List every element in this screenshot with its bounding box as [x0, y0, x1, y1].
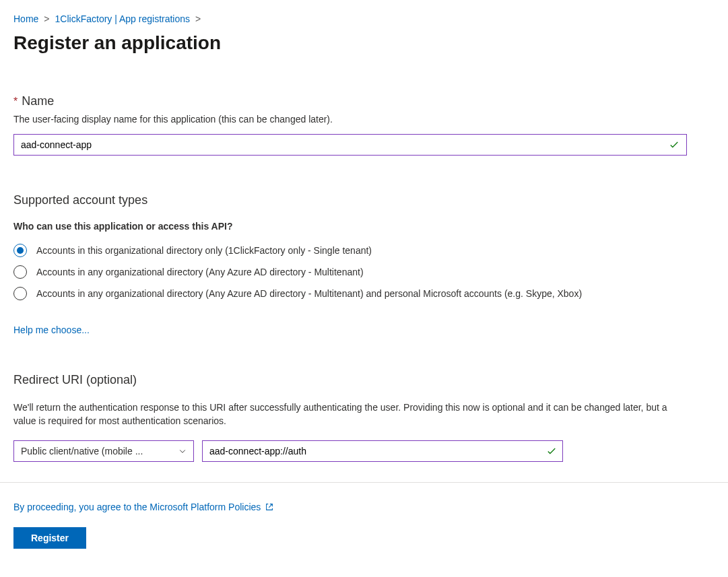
- radio-selected-icon: [13, 244, 27, 257]
- account-type-option-multitenant-personal[interactable]: Accounts in any organizational directory…: [13, 287, 715, 300]
- help-me-choose-link[interactable]: Help me choose...: [13, 325, 90, 335]
- breadcrumb-parent[interactable]: 1ClickFactory | App registrations: [55, 13, 191, 24]
- policies-row: By proceeding, you agree to the Microsof…: [13, 502, 715, 512]
- name-help-text: The user-facing display name for this ap…: [13, 114, 715, 125]
- platform-dropdown[interactable]: Public client/native (mobile ...: [13, 440, 194, 462]
- dropdown-selected-text: Public client/native (mobile ...: [21, 446, 143, 456]
- redirect-uri-row: Public client/native (mobile ...: [13, 440, 715, 462]
- radio-unselected-icon: [13, 265, 27, 279]
- radio-label: Accounts in any organizational directory…: [36, 288, 582, 299]
- redirect-description: We'll return the authentication response…: [13, 401, 687, 428]
- redirect-heading: Redirect URI (optional): [13, 373, 715, 387]
- breadcrumb-home[interactable]: Home: [13, 13, 38, 24]
- chevron-right-icon: >: [195, 13, 201, 24]
- platform-policies-link[interactable]: By proceeding, you agree to the Microsof…: [13, 502, 261, 512]
- chevron-right-icon: >: [44, 13, 49, 24]
- chevron-down-icon: [178, 447, 187, 455]
- external-link-icon: [265, 502, 274, 512]
- register-button[interactable]: Register: [13, 527, 86, 549]
- page-title: Register an application: [13, 32, 715, 54]
- accounts-question: Who can use this application or access t…: [13, 221, 715, 232]
- breadcrumb: Home > 1ClickFactory | App registrations…: [13, 13, 715, 24]
- accounts-heading: Supported account types: [13, 193, 715, 207]
- account-type-option-multitenant[interactable]: Accounts in any organizational directory…: [13, 265, 715, 279]
- redirect-uri-input-wrap: [202, 440, 563, 462]
- radio-label: Accounts in any organizational directory…: [36, 267, 364, 277]
- checkmark-icon: [547, 446, 556, 456]
- radio-label: Accounts in this organizational director…: [36, 245, 372, 256]
- checkmark-icon: [669, 140, 679, 149]
- name-input[interactable]: [13, 134, 687, 156]
- account-type-option-single-tenant[interactable]: Accounts in this organizational director…: [13, 244, 715, 257]
- name-label-row: * Name: [13, 94, 715, 108]
- divider: [0, 482, 728, 483]
- name-label: Name: [22, 94, 54, 108]
- name-input-wrap: [13, 134, 687, 156]
- required-asterisk: *: [13, 96, 18, 108]
- radio-unselected-icon: [13, 287, 27, 300]
- redirect-uri-input[interactable]: [202, 440, 563, 462]
